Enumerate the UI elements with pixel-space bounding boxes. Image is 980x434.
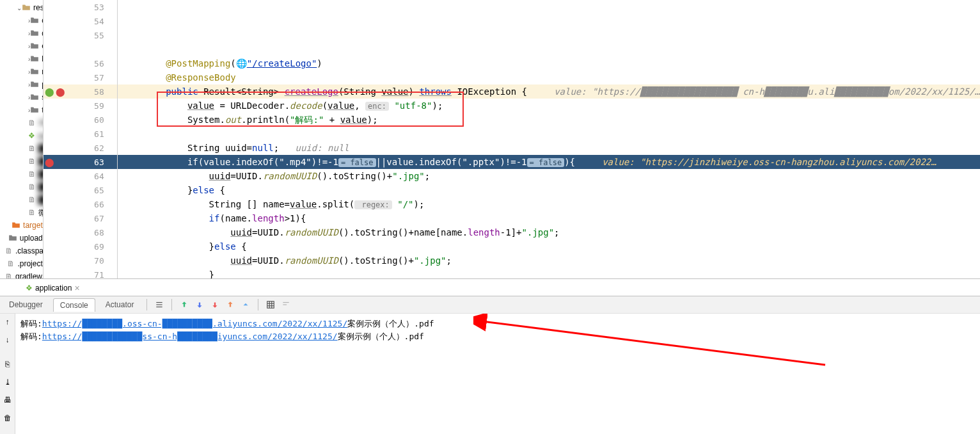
wrap-icon[interactable] <box>280 299 292 310</box>
code-editor[interactable]: @PostMapping(🌐"/createLogo") @ResponseBo… <box>118 0 980 278</box>
tree-item[interactable]: 🗎████████████ml1 <box>0 181 43 193</box>
tab-console[interactable]: Console <box>53 298 95 312</box>
gutter-icon[interactable]: ⬤ <box>45 87 54 97</box>
annotation: @ResponseBody <box>166 72 236 83</box>
svg-rect-3 <box>267 301 274 309</box>
file-icon: 🗎 <box>5 246 13 255</box>
tree-item[interactable]: ›static <box>0 91 43 104</box>
tree-item[interactable]: ›templa <box>0 104 43 117</box>
print-icon[interactable]: 🖶 <box>2 394 13 406</box>
inline-hint: value: "https://jinzhiweiye.oss-cn-hangz… <box>602 157 937 167</box>
tree-item[interactable]: 🗎微信截图_20220325154500.png <box>0 206 43 219</box>
tab-actuator[interactable]: Actuator <box>99 298 141 311</box>
method-name: createLogo <box>285 86 338 97</box>
folder-icon <box>30 67 39 77</box>
spring-icon: ❖ <box>26 284 33 293</box>
line-number: 56 <box>43 56 117 70</box>
file-icon: 🗎 <box>7 259 15 268</box>
folder-icon <box>30 29 39 38</box>
line-number: 53 <box>43 0 117 14</box>
tree-item[interactable]: ❖app████████ <box>0 129 43 142</box>
trash-icon[interactable]: 🗑 <box>2 412 13 424</box>
file-icon: 🗎 <box>28 208 36 217</box>
tree-item[interactable]: ›docker <box>0 27 43 40</box>
down-arrow-icon[interactable]: ↓ <box>2 334 13 346</box>
line-number: 60 <box>43 113 117 127</box>
run-tab-application[interactable]: ❖ application × <box>22 280 84 296</box>
editor-gutter: 5354555657⬤⬤5859606162⬤63646566676869707… <box>43 0 118 278</box>
folder-icon <box>30 106 39 115</box>
close-icon[interactable]: × <box>74 283 79 293</box>
download-icon[interactable] <box>194 299 205 310</box>
table-icon[interactable] <box>265 299 276 310</box>
file-icon: 🗎 <box>28 182 36 191</box>
up-icon[interactable] <box>240 299 251 310</box>
tree-label: gradlew.bat <box>15 272 43 278</box>
spring-icon: ❖ <box>28 131 35 140</box>
console-link[interactable]: https://████████████ss-cn-h████████iyunc… <box>42 332 338 341</box>
line-number: 59 <box>43 99 117 113</box>
tree-label: upload <box>20 234 43 243</box>
console-line: 解码:https://████████████ss-cn-h████████iy… <box>20 330 975 343</box>
tree-label: ████████████ml1 <box>38 182 43 191</box>
line-number <box>43 42 117 56</box>
tree-item[interactable]: ›easypoi <box>0 40 43 52</box>
console-link[interactable]: https://████████.oss-cn-██████████.aliyu… <box>42 319 347 328</box>
console-output[interactable]: 解码:https://████████.oss-cn-██████████.al… <box>15 314 980 434</box>
console-line: 解码:https://████████.oss-cn-██████████.al… <box>20 317 975 330</box>
tree-item[interactable]: 🗎████████████nl <box>0 168 43 181</box>
tree-item[interactable]: ›config <box>0 14 43 27</box>
tree-label: 36695█████████1x.com.jks <box>38 118 43 127</box>
scroll-icon[interactable]: ⤓ <box>2 376 13 388</box>
tree-item[interactable]: 🗎36695█████████1x.com.jks <box>0 117 43 129</box>
folder-icon <box>22 3 31 13</box>
tree-item[interactable]: ›mapper <box>0 65 43 78</box>
tree-label: █████████on <box>38 157 43 166</box>
tree-item[interactable]: ›public <box>0 78 43 91</box>
download-icon[interactable] <box>209 299 221 310</box>
line-number: 62 <box>43 141 117 155</box>
export-icon[interactable] <box>178 299 190 310</box>
tree-item[interactable]: 🗎████████ring.xml <box>0 193 43 206</box>
tree-label: .project <box>17 259 42 268</box>
gutter-icon[interactable]: ⬤ <box>56 87 65 97</box>
folder-icon <box>30 80 39 90</box>
line-number: 67 <box>43 211 117 225</box>
settings-icon[interactable] <box>154 299 165 310</box>
line-number: 64 <box>43 169 117 183</box>
tree-item[interactable]: ⌄resources <box>0 1 43 14</box>
tree-label: ████████ring.xml <box>38 195 43 204</box>
line-number: 54 <box>43 14 117 28</box>
upload-icon[interactable] <box>225 299 236 310</box>
debug-tool-window: ❖ application × Debugger Console Actuato… <box>0 278 980 434</box>
line-number: 66 <box>43 197 117 211</box>
file-icon: 🗎 <box>5 272 13 278</box>
breakpoint-icon[interactable]: ⬤ <box>45 157 54 167</box>
tree-item[interactable]: 🗎.project <box>0 257 43 270</box>
filter-icon[interactable]: ⎘ <box>2 358 13 370</box>
tree-label: resources <box>33 3 43 12</box>
tree-item[interactable]: upload <box>0 232 43 245</box>
file-icon: 🗎 <box>28 195 36 204</box>
tree-item[interactable]: 🗎█████████on <box>0 155 43 168</box>
annotation: @PostMapping <box>166 58 230 68</box>
tree-label: ███████████ <box>38 144 43 153</box>
folder-icon <box>30 16 39 26</box>
tree-label: 微信截图_20220325154500.png <box>38 207 43 218</box>
tree-label: target <box>23 221 43 230</box>
tree-item[interactable]: target <box>0 219 43 232</box>
project-tree[interactable]: ⌄resources›config›docker›easypoi›link›ma… <box>0 0 43 278</box>
tree-item[interactable]: 🗎.classpath <box>0 245 43 257</box>
line-number: 70 <box>43 253 117 268</box>
tree-item[interactable]: 🗎gradlew.bat <box>0 270 43 278</box>
tree-label: .classpath <box>15 246 43 255</box>
folder-icon <box>30 93 39 102</box>
tree-item[interactable]: 🗎███████████ <box>0 142 43 155</box>
up-arrow-icon[interactable]: ↑ <box>2 316 13 328</box>
line-number: 57 <box>43 70 117 84</box>
tree-label: ████████████nl <box>38 170 43 179</box>
folder-icon <box>12 221 20 230</box>
selected-line[interactable]: if(value.indexOf(".mp4")!=-1= false||val… <box>118 155 980 169</box>
tree-item[interactable]: ›link <box>0 52 43 65</box>
tab-debugger[interactable]: Debugger <box>3 298 49 311</box>
